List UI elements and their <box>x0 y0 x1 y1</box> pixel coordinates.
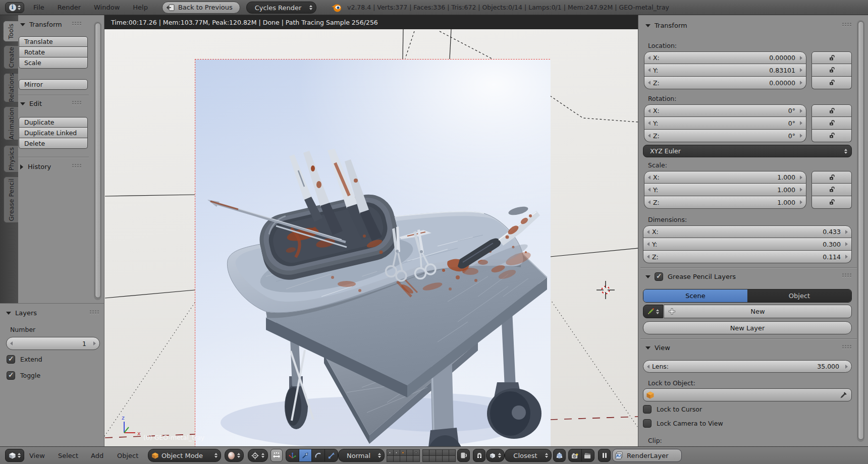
gp-pencil-button[interactable] <box>643 305 663 318</box>
stepper-right-icon[interactable] <box>93 341 96 345</box>
render-animation-button[interactable] <box>582 449 594 461</box>
render-still-button[interactable] <box>569 449 582 461</box>
panel-grip-icon[interactable] <box>72 164 81 167</box>
tab-tools[interactable]: Tools <box>3 21 18 42</box>
layer-grid-2[interactable] <box>422 449 455 462</box>
panel-header-view[interactable]: View <box>645 344 670 352</box>
menu-add[interactable]: Add <box>91 447 103 464</box>
scale-y-field[interactable]: Y:1.000 <box>644 184 806 196</box>
scale-z-field[interactable]: Z:1.000 <box>644 196 806 209</box>
grease-pencil-checkbox[interactable] <box>655 272 663 281</box>
lock-scale-y-button[interactable] <box>811 184 852 196</box>
panel-grip-icon[interactable] <box>842 345 851 349</box>
menu-render[interactable]: Render <box>51 4 87 11</box>
menu-window[interactable]: Window <box>87 4 126 11</box>
panel-header-transform[interactable]: Transform <box>20 21 62 28</box>
number-stepper[interactable]: 1 <box>6 337 100 350</box>
lock-to-object-field[interactable] <box>643 388 852 401</box>
lock-to-cursor-checkbox[interactable] <box>643 405 652 414</box>
panel-grip-icon[interactable] <box>842 23 851 26</box>
location-y-field[interactable]: Y:0.83101 <box>644 64 806 77</box>
tab-animation[interactable]: Animation <box>4 106 18 140</box>
active-manipulator-button[interactable] <box>299 449 312 461</box>
menu-file[interactable]: File <box>27 4 51 11</box>
rotation-mode-select[interactable]: XYZ Euler <box>643 145 852 157</box>
lock-rotation-y-button[interactable] <box>811 117 852 130</box>
mirror-button[interactable]: Mirror <box>19 79 88 90</box>
snap-toggle-button[interactable] <box>473 449 485 462</box>
eyedropper-icon[interactable] <box>840 391 847 399</box>
menu-view[interactable]: View <box>29 447 45 464</box>
panel-header-grease-pencil[interactable]: Grease Pencil Layers <box>645 272 736 281</box>
scrollbar[interactable] <box>94 22 101 300</box>
viewport-shading-select[interactable] <box>225 449 244 462</box>
stepper-left-icon[interactable] <box>10 341 13 345</box>
lock-location-z-button[interactable] <box>811 77 852 89</box>
dimensions-x-field[interactable]: X:0.433 <box>643 225 852 238</box>
rotation-y-field[interactable]: Y:0° <box>644 117 806 130</box>
menu-help[interactable]: Help <box>126 4 154 11</box>
rotate-button[interactable]: Rotate <box>19 47 88 57</box>
lock-location-x-button[interactable] <box>811 51 852 64</box>
panel-header-edit[interactable]: Edit <box>20 100 42 107</box>
dimensions-y-field[interactable]: Y:0.300 <box>643 238 852 251</box>
snap-target-select[interactable]: Closest <box>505 449 552 462</box>
layer-grid-1[interactable] <box>387 449 419 462</box>
tab-create[interactable]: Create <box>4 45 18 69</box>
panel-grip-icon[interactable] <box>90 310 98 314</box>
panel-grip-icon[interactable] <box>72 22 81 25</box>
lens-field[interactable]: Lens:35.000 <box>643 360 852 373</box>
duplicate-button[interactable]: Duplicate <box>19 117 88 128</box>
translate-button[interactable]: Translate <box>19 36 88 47</box>
panel-grip-icon[interactable] <box>842 273 851 277</box>
lock-scale-z-button[interactable] <box>811 196 852 209</box>
orientation-select[interactable]: Normal <box>338 449 385 462</box>
mode-select[interactable]: Object Mode <box>148 449 221 462</box>
duplicate-linked-button[interactable]: Duplicate Linked <box>19 128 88 138</box>
tab-physics[interactable]: Physics <box>4 145 18 172</box>
pivot-select[interactable] <box>248 449 268 462</box>
manipulator-toggle-button[interactable] <box>270 449 283 462</box>
rotate-manipulator-button[interactable] <box>312 449 325 461</box>
delete-button[interactable]: Delete <box>19 138 88 149</box>
snap-element-select[interactable] <box>486 449 505 462</box>
editor-type-button[interactable] <box>5 449 24 462</box>
menu-object[interactable]: Object <box>117 447 138 464</box>
extend-checkbox[interactable] <box>7 355 15 364</box>
lock-rotation-x-button[interactable] <box>811 104 852 117</box>
pause-button[interactable] <box>598 449 611 462</box>
panel-header-layers[interactable]: Layers <box>6 309 37 317</box>
scrollbar[interactable] <box>857 20 864 442</box>
tab-grease-pencil[interactable]: Grease Pencil <box>4 177 18 223</box>
lock-rotation-z-button[interactable] <box>811 130 852 142</box>
panel-header-history[interactable]: History <box>20 163 51 170</box>
tab-relations[interactable]: Relations <box>4 73 18 102</box>
rotation-x-field[interactable]: X:0° <box>644 104 806 117</box>
dimensions-z-field[interactable]: Z:0.114 <box>643 251 852 263</box>
lock-camera-checkbox[interactable] <box>643 419 652 428</box>
back-to-previous-button[interactable]: Back to Previous <box>162 2 240 14</box>
lock-scale-x-button[interactable] <box>811 171 852 184</box>
menu-select[interactable]: Select <box>58 447 78 464</box>
render-layer-field[interactable]: RenderLayer <box>612 449 682 462</box>
translate-manipulator-button[interactable] <box>286 449 299 461</box>
panel-grip-icon[interactable] <box>72 101 81 104</box>
scale-button[interactable]: Scale <box>19 57 88 69</box>
toggle-checkbox[interactable] <box>7 371 15 380</box>
scale-manipulator-button[interactable] <box>325 449 338 461</box>
proportional-edit-button[interactable] <box>457 449 470 462</box>
render-engine-select[interactable]: Cycles Render <box>246 2 316 14</box>
tab-scene[interactable]: Scene <box>643 289 747 302</box>
rotation-z-field[interactable]: Z:0° <box>644 130 806 142</box>
location-x-field[interactable]: X:0.00000 <box>644 51 806 64</box>
gp-new-button[interactable]: New <box>664 305 852 318</box>
lock-location-y-button[interactable] <box>811 64 852 77</box>
viewport-3d[interactable]: Time:00:17.26 | Mem:103.77M, Peak:120.82… <box>104 15 638 446</box>
editor-type-button[interactable]: i <box>5 2 24 13</box>
scale-x-field[interactable]: X:1.000 <box>644 171 806 184</box>
snap-peel-button[interactable] <box>553 449 566 462</box>
location-z-field[interactable]: Z:0.00000 <box>644 77 806 89</box>
tab-object[interactable]: Object <box>747 289 851 302</box>
panel-header-transform[interactable]: Transform <box>645 22 687 29</box>
gp-new-layer-button[interactable]: New Layer <box>643 321 852 334</box>
